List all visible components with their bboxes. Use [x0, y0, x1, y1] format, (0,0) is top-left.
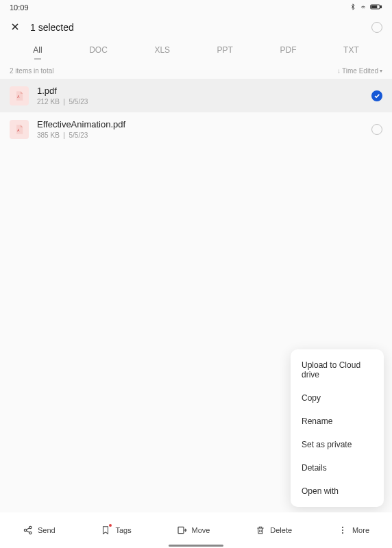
item-count: 2 items in total: [10, 67, 53, 75]
move-button[interactable]: Move: [177, 525, 210, 536]
tab-doc[interactable]: DOC: [85, 42, 112, 58]
tags-label: Tags: [115, 526, 131, 534]
file-info: EffectiveAnimation.pdf 385 KB | 5/5/23: [37, 119, 363, 139]
menu-set-private[interactable]: Set as private: [291, 433, 384, 456]
file-meta: 212 KB | 5/5/23: [37, 98, 363, 105]
tab-all[interactable]: All: [29, 42, 46, 58]
menu-upload-cloud[interactable]: Upload to Cloud drive: [291, 353, 384, 386]
file-name: EffectiveAnimation.pdf: [37, 119, 363, 129]
file-info: 1.pdf 212 KB | 5/5/23: [37, 86, 363, 105]
checkmark-icon: [373, 92, 380, 99]
notification-dot: [109, 524, 112, 527]
close-button[interactable]: [10, 21, 21, 34]
file-list: A 1.pdf 212 KB | 5/5/23 A EffectiveAnima…: [0, 79, 392, 146]
more-label: More: [352, 526, 369, 534]
pdf-icon: A: [10, 86, 29, 105]
tab-pdf[interactable]: PDF: [276, 42, 301, 58]
move-label: Move: [192, 526, 210, 534]
more-button[interactable]: More: [337, 525, 369, 536]
tags-button[interactable]: Tags: [100, 525, 131, 536]
status-bar: 10:09: [0, 0, 392, 15]
trash-icon: [255, 525, 266, 536]
delete-label: Delete: [270, 526, 292, 534]
menu-open-with[interactable]: Open with: [291, 480, 384, 503]
tab-txt[interactable]: TXT: [339, 42, 363, 58]
status-icons: [350, 3, 382, 12]
file-meta: 385 KB | 5/5/23: [37, 132, 363, 139]
bottom-toolbar: Send Tags Move Delete More: [0, 512, 392, 548]
sort-arrow-icon: ↓: [337, 67, 341, 75]
send-label: Send: [38, 526, 56, 534]
tab-xls[interactable]: XLS: [150, 42, 174, 58]
list-meta: 2 items in total ↓ Time Edited ▾: [0, 64, 392, 79]
tab-ppt[interactable]: PPT: [213, 42, 237, 58]
sort-button[interactable]: ↓ Time Edited ▾: [337, 67, 382, 75]
file-checkbox[interactable]: [371, 90, 382, 101]
send-button[interactable]: Send: [23, 525, 56, 536]
chevron-down-icon: ▾: [380, 68, 382, 74]
menu-copy[interactable]: Copy: [291, 386, 384, 410]
file-name: 1.pdf: [37, 86, 363, 96]
status-time: 10:09: [10, 3, 29, 12]
svg-rect-2: [371, 6, 377, 8]
context-menu: Upload to Cloud drive Copy Rename Set as…: [291, 349, 384, 507]
wifi-icon: [359, 3, 367, 12]
svg-rect-1: [380, 6, 382, 8]
svg-rect-8: [178, 527, 184, 533]
delete-button[interactable]: Delete: [255, 525, 292, 536]
svg-point-9: [342, 527, 343, 528]
menu-details[interactable]: Details: [291, 456, 384, 480]
svg-point-11: [342, 532, 343, 534]
bluetooth-icon: [350, 3, 356, 12]
close-icon: [10, 21, 21, 32]
move-icon: [177, 525, 188, 536]
battery-icon: [370, 3, 382, 12]
pdf-icon: A: [10, 120, 29, 139]
file-type-tabs: All DOC XLS PPT PDF TXT: [0, 41, 392, 64]
selection-count: 1 selected: [30, 22, 74, 33]
more-vertical-icon: [337, 525, 348, 536]
sort-label: Time Edited: [342, 67, 378, 75]
svg-point-10: [342, 530, 343, 531]
selection-header: 1 selected: [0, 15, 392, 41]
file-checkbox[interactable]: [371, 124, 382, 135]
select-all-checkbox[interactable]: [371, 22, 382, 33]
bookmark-icon: [100, 525, 111, 536]
menu-rename[interactable]: Rename: [291, 410, 384, 433]
file-row[interactable]: A EffectiveAnimation.pdf 385 KB | 5/5/23: [0, 112, 392, 146]
file-row[interactable]: A 1.pdf 212 KB | 5/5/23: [0, 79, 392, 112]
share-icon: [23, 525, 34, 536]
home-indicator[interactable]: [169, 545, 223, 547]
